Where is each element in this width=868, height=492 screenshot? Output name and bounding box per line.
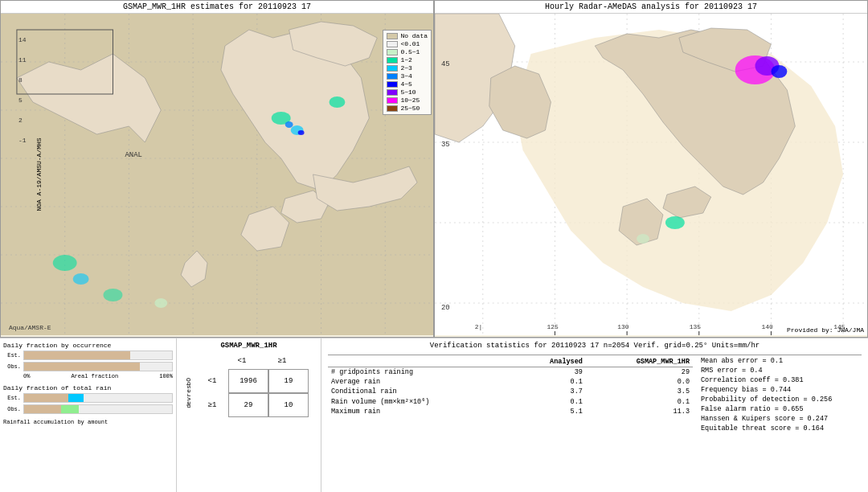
- legend-no-data: No data: [387, 32, 428, 39]
- obs-occurrence-bar-outer: [23, 362, 173, 371]
- ct-body: O b s e r v e d <1 1996: [180, 369, 317, 417]
- total-rain-section: Daily fraction of total rain Est. Obs.: [3, 384, 173, 414]
- legend-label-5-10: 5~10: [400, 88, 416, 96]
- verif-table-row: Maximum rain5.111.3: [328, 407, 693, 416]
- legend-label-4-5: 4~5: [400, 80, 411, 88]
- left-map-svg: 14 11 8 5 2 -1 ANAL Aqua/AMSR-E: [1, 14, 433, 335]
- obs-occurrence-bar: Obs.: [3, 362, 173, 371]
- svg-text:125: 125: [547, 323, 559, 330]
- verif-content: Analysed GSMAP_MWR_1HR # gridpoints rain…: [328, 357, 862, 434]
- ct-row-label-gte1: ≥1: [196, 393, 228, 417]
- right-map-content: 45 35 20 2| 125 130 135 140 145: [435, 14, 867, 335]
- legend-5-10: 5~10: [387, 88, 428, 96]
- verif-divider: [328, 355, 862, 355]
- legend-color-2-3: [387, 65, 398, 72]
- legend-color-10-25: [387, 97, 398, 104]
- verif-panel: Verification statistics for 20110923 17 …: [321, 338, 868, 492]
- bar-charts-panel: Daily fraction by occurrence Est. Obs. 0…: [0, 338, 177, 492]
- legend-10-25: 10~25: [387, 96, 428, 104]
- bar-axis-occurrence: 0% Areal fraction 100%: [3, 373, 173, 379]
- svg-point-19: [73, 273, 89, 285]
- ct-col-headers: <1 ≥1: [222, 353, 317, 369]
- svg-text:11: 11: [18, 56, 27, 64]
- legend-3-4: 3~4: [387, 72, 428, 80]
- legend-panel: No data <0.01 0.5~1 1~2: [383, 30, 432, 115]
- total-rain-title: Daily fraction of total rain: [3, 384, 173, 392]
- verif-score-item: Mean abs error = 0.1: [701, 357, 862, 365]
- ct-cell-10: 29: [228, 393, 268, 417]
- left-map-content: 14 11 8 5 2 -1 ANAL Aqua/AMSR-E NOA A-19…: [1, 14, 433, 335]
- est-occurrence-bar-outer: [23, 351, 173, 360]
- verif-table-row: Average rain0.10.0: [328, 377, 693, 387]
- est-rain-bar-row: Est.: [3, 393, 173, 403]
- legend-color-5-10: [387, 89, 398, 96]
- ct-row-gte1: ≥1 29 10: [196, 393, 309, 417]
- ct-cell-00: 1996: [228, 369, 268, 393]
- legend-4-5: 4~5: [387, 80, 428, 88]
- legend-1-2: 1~2: [387, 56, 428, 64]
- ct-col-header-lt1: <1: [222, 353, 262, 369]
- left-map-panel: GSMAP_MWR_1HR estimates for 20110923 17: [0, 0, 434, 338]
- est-label: Est.: [3, 352, 21, 359]
- main-container: GSMAP_MWR_1HR estimates for 20110923 17: [0, 0, 868, 492]
- verif-th-label: [328, 357, 516, 367]
- svg-point-18: [53, 255, 77, 271]
- legend-color-05-1: [387, 49, 398, 55]
- contingency-title: GSMAP_MWR_1HR: [180, 342, 317, 350]
- axis-100pct: 100%: [159, 373, 173, 379]
- svg-point-44: [771, 65, 787, 78]
- svg-text:130: 130: [617, 323, 629, 330]
- svg-point-16: [285, 121, 293, 128]
- verif-row-label: # gridpoints raining: [328, 367, 516, 378]
- legend-25-50: 25~50: [387, 105, 428, 112]
- legend-color-001: [387, 41, 398, 47]
- verif-row-label: Maximum rain: [328, 407, 516, 416]
- verif-data-table: Analysed GSMAP_MWR_1HR # gridpoints rain…: [328, 357, 693, 416]
- axis-0pct: 0%: [23, 373, 30, 379]
- ct-cell-01: 19: [268, 369, 309, 393]
- verif-th-analysed: Analysed: [516, 357, 586, 367]
- legend-label-nodata: No data: [400, 32, 428, 39]
- occurrence-section: Daily fraction by occurrence Est. Obs. 0…: [3, 342, 173, 379]
- verif-title: Verification statistics for 20110923 17 …: [328, 342, 862, 350]
- occurrence-title: Daily fraction by occurrence: [3, 342, 173, 349]
- svg-point-46: [637, 234, 649, 244]
- verif-score-item: RMS error = 0.4: [701, 367, 862, 375]
- ct-row-label-lt1: <1: [196, 369, 228, 393]
- legend-label-3-4: 3~4: [400, 72, 411, 80]
- legend-label-10-25: 10~25: [400, 96, 420, 104]
- right-map-title: Hourly Radar-AMeDAS analysis for 2011092…: [435, 1, 867, 14]
- ct-cell-11: 10: [268, 393, 309, 417]
- svg-text:-1: -1: [18, 137, 27, 144]
- verif-table-row: Conditional rain3.73.5: [328, 387, 693, 396]
- svg-point-15: [329, 96, 345, 108]
- provided-by: Provided by: JWA/JMA: [787, 326, 864, 334]
- verif-scores: Mean abs error = 0.1RMS error = 0.4Corre…: [701, 357, 862, 434]
- svg-text:2: 2: [18, 117, 23, 124]
- verif-score-item: Probability of detection = 0.256: [701, 396, 862, 404]
- verif-row-gsmap: 11.3: [586, 407, 693, 416]
- svg-point-45: [665, 216, 685, 229]
- verif-row-gsmap: 0.1: [586, 396, 693, 407]
- est-rain-label: Est.: [3, 395, 21, 401]
- svg-text:2|: 2|: [475, 323, 483, 330]
- legend-001: <0.01: [387, 40, 428, 47]
- verif-row-analysed: 39: [516, 367, 586, 378]
- stats-row: Daily fraction by occurrence Est. Obs. 0…: [0, 338, 868, 492]
- rainfall-note: Rainfall accumulation by amount: [3, 419, 173, 425]
- svg-text:20: 20: [441, 304, 450, 312]
- svg-point-17: [298, 130, 305, 135]
- svg-point-20: [104, 289, 123, 301]
- verif-row-analysed: 0.1: [516, 396, 586, 407]
- svg-text:14: 14: [18, 36, 27, 43]
- ct-col-header-gte1: ≥1: [262, 353, 302, 369]
- obs-rain-tan: [24, 405, 61, 413]
- left-map-y-label: NOA A-19/AMSU-A/MHS: [35, 137, 43, 211]
- legend-color-25-50: [387, 105, 398, 112]
- left-map-outer: 14 11 8 5 2 -1 ANAL Aqua/AMSR-E NOA A-19…: [1, 14, 433, 335]
- ct-row-lt1: <1 1996 19: [196, 369, 309, 393]
- verif-table-row: # gridpoints raining3929: [328, 367, 693, 378]
- maps-row: GSMAP_MWR_1HR estimates for 20110923 17: [0, 0, 868, 338]
- verif-score-item: Hanssen & Kuipers score = 0.247: [701, 415, 862, 423]
- est-rain-tan: [24, 394, 68, 402]
